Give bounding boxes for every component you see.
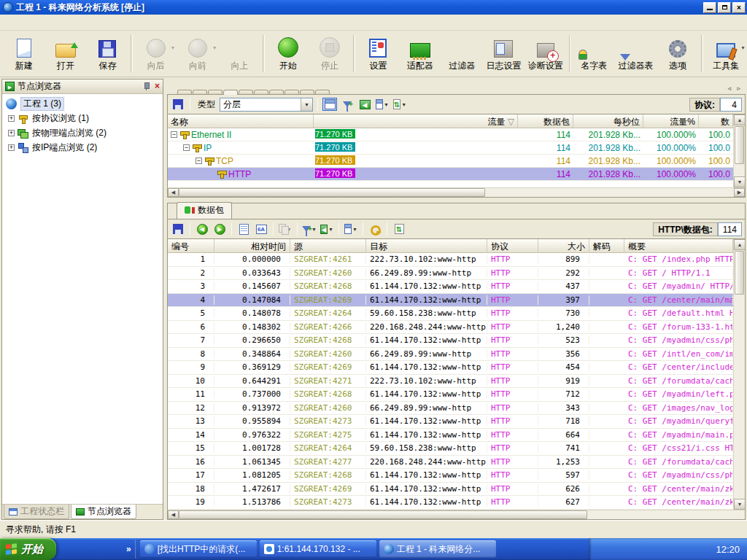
columns-button[interactable]: ▼ (375, 98, 390, 111)
view-tab[interactable] (193, 90, 207, 94)
menu-item[interactable] (47, 20, 60, 25)
packet-row[interactable]: 8 0.348864 SZGREAT:4260 66.249.89.99:www… (168, 348, 733, 362)
packet-row[interactable]: 11 0.737000 SZGREAT:4268 61.144.170.132:… (168, 388, 733, 402)
horizontal-splitter[interactable] (167, 198, 746, 203)
view-tab[interactable] (208, 90, 222, 94)
quick-launch-icon[interactable] (93, 543, 104, 555)
tray-icon[interactable] (684, 544, 694, 555)
make-filter-button[interactable]: ◀▼ (320, 222, 334, 236)
toolbar-button[interactable]: ▼ 设置 (357, 32, 399, 75)
toolbar-button[interactable]: ▼ 过滤器表 (615, 32, 657, 75)
tray-icon[interactable] (625, 544, 636, 555)
packet-row[interactable]: 3 0.145607 SZGREAT:4268 61.144.170.132:w… (168, 280, 733, 294)
packet-row[interactable]: 15 1.001728 SZGREAT:4264 59.60.158.238:w… (168, 442, 733, 456)
left-panel-tab[interactable]: 节点浏览器 (71, 505, 136, 519)
col-extra[interactable]: 数 (699, 114, 733, 128)
scroll-down-icon[interactable]: ▼ (734, 499, 746, 510)
toolbar-button[interactable]: ▼ 新建 (3, 32, 44, 75)
copy-button[interactable]: ▼ (278, 222, 293, 236)
toolbar-button[interactable]: ▼ 停止 (309, 32, 350, 75)
col-summary[interactable]: 概要 (624, 239, 733, 252)
packet-row[interactable]: 16 1.061345 SZGREAT:4277 220.168.248.244… (168, 456, 733, 470)
task-button[interactable]: 1:61.144.170.132 - ... (260, 540, 376, 558)
prev-packet-button[interactable]: ◀ (195, 222, 209, 236)
packet-row[interactable]: 5 0.148078 SZGREAT:4264 59.60.158.238:ww… (168, 307, 733, 321)
col-packets[interactable]: 数据包 (518, 114, 573, 128)
scroll-up-icon[interactable]: ▲ (734, 114, 746, 125)
packet-row[interactable]: 2 0.033643 SZGREAT:4260 66.249.89.99:www… (168, 267, 733, 281)
protocol-row[interactable]: − IP 71.270 KB 114 201.928 Kb... 100.000… (168, 141, 733, 155)
packet-row[interactable]: 18 1.472617 SZGREAT:4269 61.144.170.132:… (168, 483, 733, 497)
menu-item[interactable] (73, 20, 86, 25)
view-tab[interactable] (177, 90, 192, 94)
decrypt-button[interactable] (368, 222, 382, 236)
collapse-minus-icon[interactable]: − (171, 131, 177, 138)
menu-item[interactable] (20, 20, 34, 25)
protocol-row[interactable]: − TCP 71.270 KB 114 201.928 Kb... 100.00… (168, 155, 733, 168)
col-traffic-pct[interactable]: 流量% (643, 114, 699, 128)
columns-button[interactable]: ▼ (344, 222, 358, 236)
tree-root-project[interactable]: 工程 1 (3) (4, 96, 161, 111)
col-bps[interactable]: 每秒位 (573, 114, 643, 128)
decode-button[interactable]: 6A (254, 222, 268, 236)
tree-item[interactable]: + 按IP端点浏览 (2) (4, 140, 161, 155)
dropdown-arrow-icon[interactable]: ▼ (740, 45, 746, 50)
menu-item[interactable] (7, 20, 20, 25)
task-button[interactable]: [找出HTTP中的请求(... (140, 540, 257, 558)
quick-launch-icon[interactable] (77, 543, 88, 555)
view-tab[interactable] (285, 90, 299, 94)
tray-icon[interactable] (611, 544, 622, 555)
scroll-down-icon[interactable]: ▼ (734, 176, 746, 187)
protocol-vscrollbar[interactable]: ▲ ▼ (733, 114, 745, 187)
toolbar-button[interactable]: ▼ 保存 (87, 32, 128, 75)
toolbar-button[interactable]: ▼ 适配器 (399, 32, 441, 75)
tab-scroll-arrows[interactable]: ◃ ▹ (727, 85, 743, 92)
toolbar-button[interactable]: ▼ 名字表 (573, 32, 614, 75)
protocol-hscrollbar[interactable]: ◀ ▶ (167, 187, 746, 198)
packet-row[interactable]: 1 0.000000 SZGREAT:4261 222.73.10.102:ww… (168, 253, 733, 267)
packet-row[interactable]: 10 0.644291 SZGREAT:4271 222.73.10.102:w… (168, 375, 733, 389)
start-button[interactable]: 开始 (0, 538, 56, 560)
toolbar-button[interactable]: ▼ 向上 (219, 32, 260, 75)
refresh-button[interactable]: ⇅▼ (392, 98, 407, 111)
toolbar-button[interactable]: ▼ 诊断设置 (525, 32, 566, 75)
protocol-row[interactable]: − HTTP 71.270 KB 114 201.928 Kb... 100.0… (168, 168, 733, 181)
type-select[interactable]: 分层 ▼ (220, 98, 313, 112)
toolbar-button[interactable]: ▼ 向后 (135, 32, 177, 75)
refresh-button[interactable]: ⇅ (392, 222, 406, 236)
tray-icon[interactable] (640, 544, 651, 555)
scroll-up-icon[interactable]: ▲ (734, 239, 746, 250)
expand-plus-icon[interactable]: + (8, 144, 15, 151)
collapse-minus-icon[interactable]: − (183, 144, 190, 151)
packet-vscrollbar[interactable]: ▲ ▼ (733, 239, 745, 510)
expand-plus-icon[interactable]: + (8, 115, 15, 122)
packet-row[interactable]: 14 0.976322 SZGREAT:4275 61.144.170.132:… (168, 429, 733, 443)
packet-row[interactable]: 17 1.081205 SZGREAT:4268 61.144.170.132:… (168, 469, 733, 483)
packet-row[interactable]: 4 0.147084 SZGREAT:4269 61.144.170.132:w… (168, 294, 733, 308)
col-decode[interactable]: 解码 (589, 239, 624, 252)
export-save-button[interactable] (171, 222, 185, 236)
restore-button[interactable] (718, 2, 731, 13)
col-protocol[interactable]: 协议 (487, 239, 538, 252)
toolbar-button[interactable]: ▼ 开始 (267, 32, 309, 75)
collapse-minus-icon[interactable]: − (196, 158, 202, 164)
view-tab[interactable] (315, 90, 330, 94)
close-button[interactable]: × (732, 2, 746, 13)
next-packet-button[interactable]: ▶ (212, 222, 227, 236)
packet-row[interactable]: 6 0.148302 SZGREAT:4266 220.168.248.244:… (168, 321, 733, 335)
packet-row[interactable]: 7 0.296650 SZGREAT:4268 61.144.170.132:w… (168, 334, 733, 348)
toolbar-button[interactable]: ▼ 日志设置 (483, 32, 525, 75)
tray-icon[interactable] (654, 544, 665, 555)
col-source[interactable]: 源 (290, 239, 366, 252)
panel-close-icon[interactable]: × (155, 82, 160, 90)
quick-launch-chevron[interactable]: » (126, 544, 131, 554)
col-time[interactable]: 相对时间 (214, 239, 290, 252)
view-tab[interactable] (223, 90, 238, 95)
view-tab[interactable] (269, 90, 284, 94)
scroll-right-icon[interactable]: ▶ (734, 188, 745, 197)
quick-launch-icon[interactable] (109, 543, 120, 555)
select-dropdown-icon[interactable]: ▼ (301, 98, 312, 111)
dropdown-arrow-icon[interactable]: ▼ (170, 45, 175, 50)
add-filter-button[interactable]: ▼ (302, 222, 317, 236)
menu-item[interactable] (60, 20, 73, 25)
